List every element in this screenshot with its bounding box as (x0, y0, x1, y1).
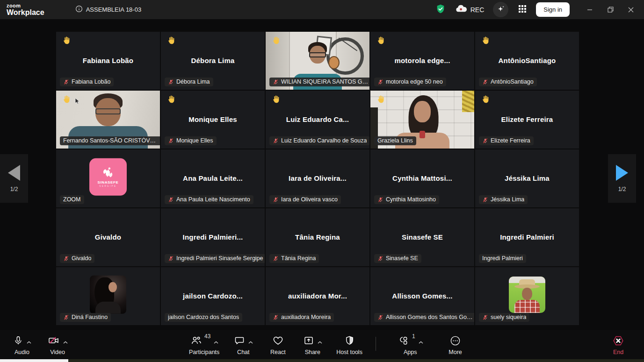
participant-name-label: Tânia Regina (269, 254, 319, 263)
mic-muted-icon (273, 314, 279, 320)
tile-ana-paula[interactable]: Ana Paula Leite... Ana Paula Leite Nasci… (161, 149, 265, 207)
participant-display-name: Tânia Regina (266, 233, 369, 241)
ai-sparkle-icon (497, 5, 505, 15)
tile-luiz-eduardo[interactable]: Luiz Eduardo Ca... Luiz Eduardo Carvalho… (266, 91, 369, 149)
participants-label: Participants (189, 349, 219, 355)
participant-display-name: jailson Cardozo... (161, 292, 265, 300)
audio-chevron-up-icon[interactable] (27, 337, 31, 346)
meeting-title: ASSEMBLEIA 18-03 (86, 6, 142, 13)
sinasefe-avatar: SINASEFE SERGIPE (89, 158, 127, 196)
tile-ingredi-palmieri[interactable]: Ingredi Palmieri Ingredi Palmieri (475, 208, 579, 266)
share-chevron-up-icon[interactable] (318, 337, 322, 346)
apps-badge: 1 (412, 333, 415, 340)
tile-tania-regina[interactable]: Tânia Regina Tânia Regina (266, 208, 369, 266)
participant-name-label: WILIAN SIQUEIRA SANTOS GOM... (269, 78, 369, 86)
share-button[interactable]: Share (302, 334, 323, 355)
tile-cynthia-mattosinho[interactable]: Cynthia Mattosi... Cynthia Mattosinho (370, 149, 474, 207)
participant-name-label: auxiliadora Moreira (269, 313, 334, 322)
sign-in-button[interactable]: Sign in (536, 2, 570, 17)
participants-chevron-up-icon[interactable] (214, 337, 218, 346)
participants-button[interactable]: 43 Participants (189, 334, 219, 355)
close-icon[interactable] (621, 0, 641, 19)
tile-suely-siqueira[interactable]: suely siqueira (475, 267, 579, 325)
ai-companion-button[interactable] (493, 2, 508, 17)
participant-name-text: Fabiana Lobão (72, 78, 110, 85)
tile-elizete-ferreira[interactable]: Elizete Ferreira Elizete Ferreira (475, 91, 579, 149)
participant-display-name: Iara de Oliveira... (266, 174, 369, 182)
tile-antonio-santiago[interactable]: AntônioSantiago AntônioSantiago (475, 32, 579, 90)
tile-debora-lima[interactable]: Débora Lima Débora Lima (161, 32, 265, 90)
apps-button[interactable]: 1 Apps (398, 334, 423, 355)
tile-wilian-siqueira[interactable]: WILIAN SIQUEIRA SANTOS GOM... (266, 32, 369, 90)
apps-icon (398, 335, 410, 348)
minimize-button[interactable] (579, 0, 600, 19)
participant-name-text: Graziela Llins (377, 137, 413, 144)
tile-fernando-santos[interactable]: Fernando Santos-SÃO CRISTÓVÃO/... (56, 91, 160, 149)
tile-ingredi-palmieri-sinasefe[interactable]: Ingredi Palmieri... Ingredi Palmieri Sin… (161, 208, 265, 266)
tile-fabiana-lobao[interactable]: Fabiana Lobão Fabiana Lobão (56, 32, 160, 90)
meeting-info[interactable]: ASSEMBLEIA 18-03 (75, 5, 142, 14)
tile-sinasefe-se[interactable]: Sinasefe SE Sinasefe SE (370, 208, 474, 266)
react-label: React (270, 349, 286, 355)
recording-indicator[interactable]: REC (455, 4, 485, 15)
host-tools-button[interactable]: Host tools (336, 334, 362, 355)
participant-name-text: ZOOM (63, 196, 81, 203)
participant-name-label: Iara de Oliveira vasco (269, 195, 341, 204)
audio-button[interactable]: Audio (11, 334, 33, 355)
tile-zoom-sinasefe[interactable]: SINASEFE SERGIPE ZOOM (56, 149, 160, 207)
tile-givaldo[interactable]: Givaldo Givaldo (56, 208, 160, 266)
tile-graziela-llins-active-speaker[interactable]: Graziela Llins (370, 91, 474, 149)
tile-jailson-cardozo[interactable]: jailson Cardozo... jailson Cardozo dos S… (161, 267, 265, 325)
apps-chevron-up-icon[interactable] (419, 337, 423, 346)
chat-button[interactable]: Chat (232, 334, 254, 355)
more-label: More (449, 349, 462, 355)
mic-muted-icon (377, 79, 384, 85)
chevron-left-icon (8, 165, 20, 181)
participants-count: 43 (204, 333, 210, 340)
participant-name-label: motorola edge 50 neo (374, 78, 446, 86)
video-label: Video (50, 349, 65, 355)
raised-hand-icon (271, 35, 281, 47)
tile-monique-elles[interactable]: Monique Elles Monique Elles (161, 91, 265, 149)
security-shield-icon[interactable] (435, 4, 446, 16)
tile-auxiliadora-moreira[interactable]: auxiliadora Mor... auxiliadora Moreira (266, 267, 369, 325)
tile-dina-faustino[interactable]: Diná Faustino (56, 267, 160, 325)
tile-motorola-edge[interactable]: motorola edge... motorola edge 50 neo (370, 32, 474, 90)
end-meeting-button[interactable]: End (608, 334, 629, 355)
os-taskbar-edge (0, 359, 644, 362)
participant-display-name: Cynthia Mattosi... (370, 174, 474, 182)
participant-display-name: auxiliadora Mor... (266, 292, 369, 300)
video-button[interactable]: Video (47, 334, 68, 355)
apps-grid-button[interactable] (514, 2, 530, 17)
audio-label: Audio (14, 349, 29, 355)
host-tools-shield-icon (344, 335, 355, 348)
tile-iara-oliveira[interactable]: Iara de Oliveira... Iara de Oliveira vas… (266, 149, 369, 207)
chat-chevron-up-icon[interactable] (248, 337, 253, 346)
participant-name-label: Ingredi Palmieri (479, 254, 526, 263)
react-button[interactable]: React (267, 334, 289, 355)
mic-muted-icon (168, 197, 174, 203)
mic-muted-icon (482, 197, 488, 203)
toolbar-divider (376, 337, 376, 351)
video-chevron-up-icon[interactable] (63, 337, 68, 346)
previous-page-button[interactable]: 1/2 (0, 154, 28, 203)
mic-muted-icon (482, 314, 488, 320)
mic-muted-icon (168, 138, 174, 144)
participant-name-text: Ana Paula Leite Nascimento (176, 196, 250, 203)
tile-allisson-gomes[interactable]: Allisson Gomes... Allisson Gomes dos San… (370, 267, 474, 325)
participant-name-text: Débora Lima (176, 78, 210, 85)
mic-muted-icon (377, 256, 384, 262)
participant-name-label: Cynthia Mattosinho (374, 195, 439, 204)
participant-name-text: Jéssika Lima (491, 196, 524, 203)
tile-jessika-lima[interactable]: Jéssika Lima Jéssika Lima (475, 149, 579, 207)
mic-muted-icon (377, 314, 384, 320)
next-page-button[interactable]: 1/2 (608, 154, 636, 203)
participant-name-label: Graziela Llins (374, 136, 416, 145)
more-button[interactable]: More (445, 334, 466, 355)
raised-hand-icon (166, 94, 176, 106)
restore-button[interactable] (600, 0, 621, 19)
title-bar: zoom Workplace ASSEMBLEIA 18-03 REC Sign… (0, 0, 644, 20)
share-label: Share (305, 349, 320, 355)
raised-hand-icon (271, 94, 281, 106)
logo-line1: zoom (7, 3, 44, 8)
